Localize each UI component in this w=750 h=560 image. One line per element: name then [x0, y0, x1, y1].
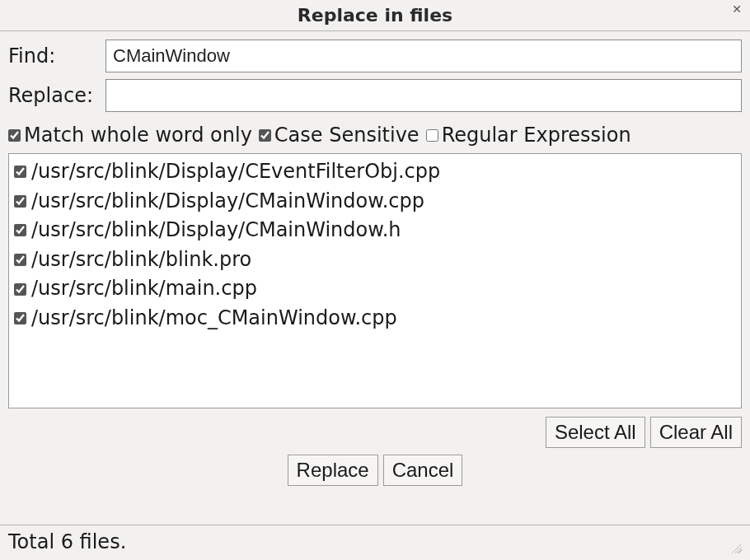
dialog-content: Find: Replace: Match whole word only Cas…: [0, 31, 750, 525]
file-checkbox[interactable]: [14, 283, 26, 296]
file-row[interactable]: /usr/src/blink/moc_CMainWindow.cpp: [14, 304, 736, 334]
find-row: Find:: [8, 40, 742, 72]
replace-button[interactable]: Replace: [288, 455, 378, 486]
file-path: /usr/src/blink/blink.pro: [31, 246, 251, 274]
file-row[interactable]: /usr/src/blink/Display/CMainWindow.cpp: [14, 187, 736, 217]
titlebar: Replace in files ✕: [0, 0, 750, 31]
case-sensitive-checkbox[interactable]: [259, 129, 271, 142]
option-whole-word: Match whole word only: [8, 124, 252, 147]
file-path: /usr/src/blink/Display/CMainWindow.h: [31, 217, 401, 245]
file-checkbox[interactable]: [14, 195, 26, 208]
whole-word-checkbox[interactable]: [8, 129, 21, 142]
status-text: Total 6 files.: [8, 530, 126, 553]
resize-grip-icon[interactable]: [729, 540, 742, 553]
select-all-button[interactable]: Select All: [546, 417, 645, 448]
clear-all-button[interactable]: Clear All: [650, 417, 742, 448]
close-icon[interactable]: ✕: [732, 3, 742, 15]
file-checkbox[interactable]: [14, 312, 26, 324]
file-path: /usr/src/blink/Display/CMainWindow.cpp: [31, 188, 424, 216]
cancel-button[interactable]: Cancel: [383, 455, 463, 486]
regex-checkbox[interactable]: [426, 129, 438, 142]
file-checkbox[interactable]: [14, 224, 26, 236]
file-row[interactable]: /usr/src/blink/main.cpp: [14, 274, 736, 304]
option-regex: Regular Expression: [426, 124, 631, 147]
replace-input[interactable]: [105, 79, 742, 112]
case-sensitive-label: Case Sensitive: [274, 124, 420, 147]
window-title: Replace in files: [298, 5, 452, 26]
file-row[interactable]: /usr/src/blink/blink.pro: [14, 245, 736, 275]
find-label: Find:: [8, 44, 105, 68]
replace-row: Replace:: [8, 79, 742, 112]
statusbar: Total 6 files.: [0, 525, 750, 560]
file-path: /usr/src/blink/main.cpp: [31, 275, 257, 303]
option-case-sensitive: Case Sensitive: [259, 124, 420, 147]
file-checkbox[interactable]: [14, 254, 26, 266]
file-row[interactable]: /usr/src/blink/Display/CMainWindow.h: [14, 216, 736, 245]
find-input[interactable]: [105, 40, 742, 72]
file-path: /usr/src/blink/Display/CEventFilterObj.c…: [31, 158, 440, 186]
selection-buttons: Select All Clear All: [8, 417, 742, 448]
file-path: /usr/src/blink/moc_CMainWindow.cpp: [31, 305, 397, 333]
options-row: Match whole word only Case Sensitive Reg…: [8, 124, 742, 147]
file-list[interactable]: /usr/src/blink/Display/CEventFilterObj.c…: [8, 153, 742, 408]
file-checkbox[interactable]: [14, 166, 26, 178]
action-buttons: Replace Cancel: [8, 455, 742, 486]
regex-label: Regular Expression: [442, 124, 631, 147]
whole-word-label: Match whole word only: [24, 124, 252, 147]
file-row[interactable]: /usr/src/blink/Display/CEventFilterObj.c…: [14, 157, 736, 187]
replace-label: Replace:: [8, 84, 105, 107]
